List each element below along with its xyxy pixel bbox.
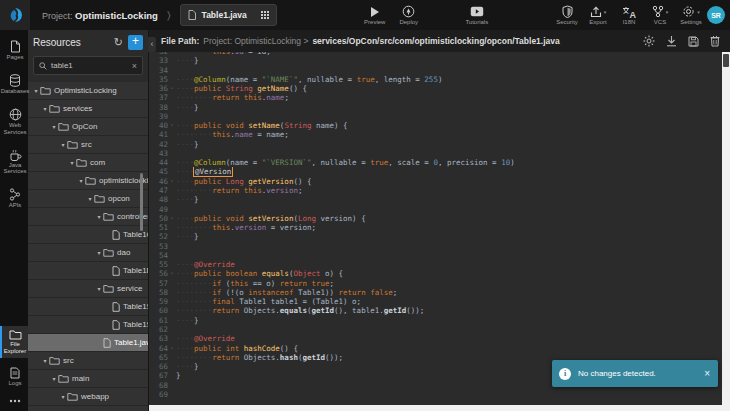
code-line[interactable]: 33····} [148,56,722,65]
sidebar-item-web-services[interactable]: Web Services [0,105,28,139]
code-line[interactable]: 69 [148,390,722,399]
editor-settings-button[interactable] [643,35,655,47]
code-line[interactable]: 46-····public Long getVersion() { [148,177,722,186]
editor-vertical-scrollbar-thumb[interactable] [723,54,729,67]
code-line[interactable]: 45····@Version [148,167,722,176]
tree-row[interactable]: ▾src [28,352,148,370]
tree-row[interactable]: ▾service [28,280,148,298]
code-line[interactable]: 51········this.version = version; [148,223,722,232]
code-line[interactable]: 42····} [148,140,722,149]
code-line[interactable]: 35····@Column(name = "`NAME`", nullable … [148,75,722,84]
sidebar-item-file-explorer[interactable]: File Explorer [0,326,28,358]
tree-row[interactable]: Table1Controller [28,226,148,244]
tree-row[interactable]: ▾controller [28,208,148,226]
tree-scrollbar[interactable] [140,173,143,231]
download-file-button[interactable] [666,35,677,47]
caret-down-icon[interactable]: ▾ [50,375,58,382]
code-line[interactable]: 49 [148,205,722,214]
tree-row[interactable]: Table1Service [28,298,148,316]
deploy-button[interactable]: Deploy [397,6,421,25]
fold-marker[interactable]: - [168,121,176,130]
caret-down-icon[interactable]: ▾ [86,195,94,202]
code-line[interactable]: 64-····public int hashCode() { [148,344,722,353]
fold-marker[interactable]: - [168,84,176,93]
security-button[interactable]: Security [555,6,579,25]
sidebar-item-databases[interactable]: Databases [0,71,28,98]
add-resource-button[interactable]: + [128,35,143,50]
code-line[interactable]: 52····} [148,232,722,241]
code-line[interactable]: 56-····public boolean equals(Object o) { [148,269,722,278]
code-line[interactable]: 37········return this.name; [148,93,722,102]
app-logo[interactable] [0,0,30,30]
fold-marker[interactable]: - [168,344,176,353]
sidebar-item-apis[interactable]: APIs [0,185,28,212]
code-line[interactable]: 39 [148,112,722,121]
tree-row[interactable]: ▾main [28,370,148,388]
caret-down-icon[interactable]: ▾ [95,285,103,292]
caret-down-icon[interactable]: ▾ [95,249,103,256]
tree-row[interactable]: Table1.java [28,334,148,352]
tree-row[interactable]: ▾OptimisticLocking [28,82,148,100]
delete-file-button[interactable] [710,35,720,47]
fold-marker[interactable]: - [168,177,176,186]
caret-down-icon[interactable]: ▾ [32,87,40,94]
code-line[interactable]: 38····} [148,103,722,112]
code-line[interactable]: 34 [148,66,722,75]
code-line[interactable]: 58········if (!(o instanceof Table1)) re… [148,288,722,297]
settings-button[interactable]: ▾Settings [679,6,703,25]
fold-marker[interactable]: - [168,269,176,278]
i18n-button[interactable]: AI18N [617,6,641,25]
tree-row[interactable]: ▾services [28,100,148,118]
caret-down-icon[interactable]: ▾ [59,141,67,148]
editor-vertical-scrollbar[interactable] [722,52,730,411]
code-line[interactable]: 62 [148,325,722,334]
code-editor[interactable]: 32········this.id = id;33····}3435····@C… [148,52,722,405]
caret-down-icon[interactable]: ▾ [50,123,58,130]
caret-down-icon[interactable]: ▾ [41,105,49,112]
code-line[interactable]: 48····} [148,195,722,204]
collapse-panel-handle[interactable]: ‹ [148,37,156,52]
caret-down-icon[interactable]: ▾ [95,213,103,220]
caret-down-icon[interactable]: ▾ [59,393,67,400]
code-line[interactable]: 50-····public void setVersion(Long versi… [148,214,722,223]
sidebar-item-logs[interactable]: Logs [0,364,28,390]
code-line[interactable]: 55····@Override [148,260,722,269]
tree-row[interactable]: ▾WEB-INF [28,406,148,411]
code-line[interactable]: 43 [148,149,722,158]
tree-row[interactable]: Table1ServiceImpl [28,316,148,334]
tree-row[interactable]: ▾dao [28,244,148,262]
caret-down-icon[interactable]: ▾ [68,159,76,166]
caret-down-icon[interactable]: ▾ [41,357,49,364]
sidebar-item-more[interactable] [0,396,28,406]
code-line[interactable]: 61····} [148,316,722,325]
export-button[interactable]: ▾Export [586,6,610,25]
code-line[interactable]: 54 [148,251,722,260]
tree-row[interactable]: ▾optimisticlocking [28,172,148,190]
toast-close-icon[interactable]: × [704,368,710,379]
clear-search-icon[interactable]: × [132,61,137,71]
code-line[interactable]: 47········return this.version; [148,186,722,195]
code-line[interactable]: 44····@Column(name = "`VERSION`", nullab… [148,158,722,167]
code-line[interactable]: 60········return Objects.equals(getId(),… [148,306,722,315]
tree-row[interactable]: Table1Dao [28,262,148,280]
refresh-icon[interactable]: ↻ [114,37,123,48]
caret-down-icon[interactable]: ▾ [77,177,85,184]
code-line[interactable]: 53 [148,242,722,251]
tutorials-button[interactable]: Tutorials [465,6,489,25]
code-line[interactable]: 57········if (this == o) return true; [148,279,722,288]
tree-row[interactable]: ▾webapp [28,388,148,406]
code-line[interactable]: 59········final Table1 table1 = (Table1)… [148,297,722,306]
fold-marker[interactable]: - [168,214,176,223]
tree-row[interactable]: ▾opcon [28,190,148,208]
code-line[interactable]: 36-····public String getName() { [148,84,722,93]
vcs-button[interactable]: ▾VCS [648,6,672,25]
code-line[interactable]: 63····@Override [148,334,722,343]
avatar[interactable]: SR [707,6,725,24]
tree-row[interactable]: ▾src [28,136,148,154]
open-file-tab[interactable]: Table1.java [180,4,277,26]
code-line[interactable]: 40-····public void setName(String name) … [148,121,722,130]
tab-grid-icon[interactable] [261,11,269,19]
editor-horizontal-scrollbar[interactable] [148,405,722,411]
tree-row[interactable]: ▾OpCon [28,118,148,136]
search-input[interactable]: table1 [51,61,128,70]
